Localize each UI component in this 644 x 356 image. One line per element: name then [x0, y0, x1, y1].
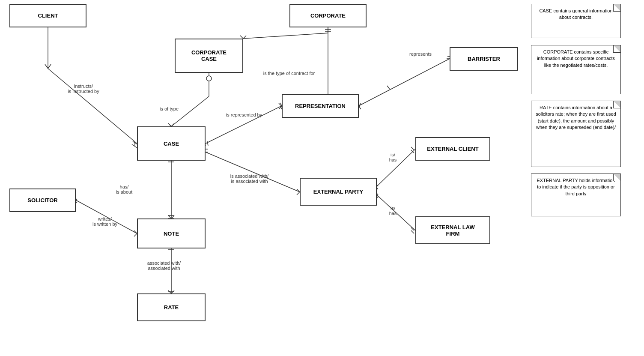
svg-point-9 — [206, 76, 212, 81]
note-case-text: CASE contains general information about … — [539, 8, 612, 20]
svg-line-31 — [387, 86, 390, 89]
svg-line-52 — [134, 230, 137, 233]
entity-rate: RATE — [137, 293, 206, 321]
rel-writes: writes/ is written by — [79, 216, 131, 227]
entity-client: CLIENT — [9, 4, 86, 27]
entity-external-client: EXTERNAL CLIENT — [415, 137, 490, 161]
svg-line-16 — [240, 36, 243, 39]
entity-corporate-label: CORPORATE — [310, 12, 346, 19]
svg-line-48 — [171, 215, 174, 218]
svg-line-65 — [377, 195, 415, 230]
entity-note-label: NOTE — [164, 230, 179, 237]
entity-case: CASE — [137, 126, 206, 161]
svg-line-5 — [132, 144, 137, 148]
note-rate-text: RATE contains information about a solici… — [536, 105, 616, 130]
rel-is-represented-by: is represented by — [216, 112, 272, 117]
entity-note: NOTE — [137, 218, 206, 248]
svg-line-10 — [168, 123, 171, 126]
note-case: CASE contains general information about … — [531, 4, 621, 38]
note-corporate: CORPORATE contains specific information … — [531, 45, 621, 94]
svg-line-56 — [171, 290, 174, 293]
entity-external-law-firm-label: EXTERNAL LAW FIRM — [431, 224, 474, 237]
svg-line-37 — [206, 152, 300, 192]
rel-associated-with: is associated with/ is associated with — [218, 174, 280, 184]
svg-line-32 — [206, 106, 282, 144]
svg-line-41 — [297, 192, 300, 195]
entity-external-party: EXTERNAL PARTY — [300, 178, 377, 206]
entity-external-law-firm: EXTERNAL LAW FIRM — [415, 216, 490, 244]
svg-line-29 — [359, 103, 361, 106]
svg-line-40 — [297, 189, 300, 192]
svg-line-49 — [76, 200, 137, 233]
svg-line-1 — [48, 69, 137, 144]
entity-case-label: CASE — [164, 141, 179, 147]
svg-line-47 — [168, 215, 171, 218]
rel-is-has-client: is/ has — [377, 152, 409, 162]
svg-line-35 — [279, 103, 282, 106]
svg-line-17 — [243, 36, 246, 39]
note-corporate-text: CORPORATE contains specific information … — [537, 49, 615, 68]
rel-is-of-type: is of type — [148, 106, 191, 111]
svg-line-55 — [168, 290, 171, 293]
entity-representation: REPRESENTATION — [282, 94, 359, 118]
diagram-container: CLIENT CORPORATE CORPORATE CASE BARRISTE… — [0, 0, 644, 356]
entity-corporate-case: CORPORATE CASE — [175, 39, 243, 73]
svg-line-64 — [411, 150, 414, 153]
entity-external-party-label: EXTERNAL PARTY — [313, 188, 364, 195]
svg-line-30 — [359, 106, 361, 109]
entity-representation-label: REPRESENTATION — [295, 103, 346, 109]
entity-barrister-label: BARRISTER — [468, 56, 500, 62]
svg-line-63 — [411, 147, 414, 150]
rel-associated-note: associated with/ associated with — [136, 260, 192, 271]
svg-line-68 — [411, 227, 414, 230]
entity-solicitor: SOLICITOR — [9, 188, 76, 212]
rel-has-about: has/ is about — [103, 184, 146, 194]
entity-solicitor-label: SOLICITOR — [27, 197, 58, 203]
svg-line-11 — [171, 123, 174, 126]
svg-line-3 — [48, 64, 51, 69]
svg-line-26 — [359, 59, 450, 106]
svg-line-69 — [411, 230, 414, 233]
svg-line-15 — [243, 33, 328, 39]
entity-barrister: BARRISTER — [450, 47, 518, 71]
svg-line-34 — [207, 141, 208, 146]
rel-instructs: instructs/ is instructed by — [58, 84, 109, 94]
svg-line-2 — [45, 64, 48, 69]
note-rate: RATE contains information about a solici… — [531, 101, 621, 167]
rel-represents: represents — [399, 51, 442, 57]
note-external-party-text: EXTERNAL PARTY holds information to indi… — [537, 178, 615, 196]
rel-is-has-lawfirm: is/ has — [377, 206, 409, 216]
svg-line-36 — [279, 106, 282, 109]
rel-type-contract: is the type of contract for — [259, 71, 319, 76]
entity-corporate: CORPORATE — [289, 4, 367, 27]
note-external-party: EXTERNAL PARTY holds information to indi… — [531, 174, 621, 216]
entity-corporate-case-label: CORPORATE CASE — [191, 49, 227, 62]
svg-line-60 — [377, 149, 415, 186]
svg-line-8 — [171, 96, 209, 126]
svg-line-53 — [134, 233, 137, 236]
entity-external-client-label: EXTERNAL CLIENT — [427, 146, 478, 152]
entity-client-label: CLIENT — [38, 12, 58, 19]
entity-rate-label: RATE — [164, 304, 179, 311]
